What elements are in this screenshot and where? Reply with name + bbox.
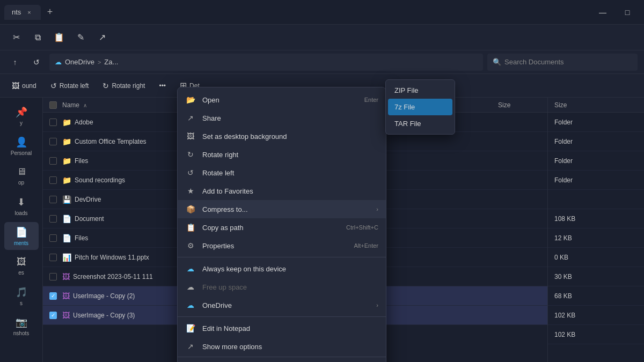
compress-zip[interactable]: ZIP File <box>386 82 455 99</box>
more-options-button[interactable]: ••• <box>153 79 171 92</box>
more-icon: ••• <box>159 82 166 90</box>
doc-icon: 📄 <box>62 234 71 242</box>
keep-device-icon: ☁ <box>185 263 196 274</box>
context-menu-add-fav[interactable]: ★ Add to Favorites <box>178 182 386 200</box>
rename-button[interactable]: ✎ <box>71 28 90 47</box>
up-button[interactable]: ↑ <box>6 54 24 71</box>
sidebar-label-desktop: op <box>18 180 24 186</box>
new-tab-button[interactable]: + <box>44 5 56 19</box>
search-placeholder: Search Documents <box>504 58 564 66</box>
onedrive-icon: ☁ <box>185 300 196 311</box>
ctx-open-label: Open <box>202 96 358 104</box>
ctx-showmore-label: Show more options <box>202 343 378 351</box>
onedrive-arrow-icon: › <box>376 302 378 308</box>
refresh-button[interactable]: ↺ <box>28 54 45 71</box>
context-menu-share[interactable]: ↗ Share <box>178 109 386 127</box>
sidebar-item-y[interactable]: 📌 y <box>4 102 39 130</box>
context-menu-onedrive[interactable]: ☁ OneDrive › <box>178 296 386 314</box>
cut-button[interactable]: ✂ <box>6 28 26 47</box>
breadcrumb[interactable]: ☁ OneDrive > Za... <box>49 54 483 71</box>
row-check-document[interactable] <box>49 215 62 223</box>
row-check-files2[interactable] <box>49 234 62 242</box>
sidebar-item-screenshots[interactable]: 📷 nshots <box>4 312 39 340</box>
paste-button[interactable]: 📋 <box>49 28 69 47</box>
sidebar-item-personal[interactable]: 👤 Personal <box>4 132 39 160</box>
row-check-userimage2[interactable]: ✓ <box>49 292 62 300</box>
list-item <box>548 190 644 209</box>
rotate-left-label: Rotate left <box>60 82 89 90</box>
img-icon: 🖼 <box>62 272 70 281</box>
ctx-copypath-label: Copy as path <box>202 224 340 232</box>
desktop-bg-icon: 🖼 <box>185 131 196 142</box>
sidebar-item-downloads[interactable]: ⬇ loads <box>4 192 39 220</box>
copy-button[interactable]: ⧉ <box>28 28 47 47</box>
list-item: 102 KB <box>548 325 644 344</box>
ctx-copypath-shortcut: Ctrl+Shift+C <box>346 224 378 231</box>
sidebar-icon-personal: 👤 <box>16 136 27 148</box>
breadcrumb-onedrive: OneDrive <box>65 58 94 66</box>
breadcrumb-sep: > <box>98 59 101 65</box>
row-check-devdrive[interactable] <box>49 196 62 203</box>
search-box[interactable]: 🔍 Search Documents <box>487 54 638 71</box>
sidebar-item-desktop[interactable]: 🖥 op <box>4 162 39 190</box>
folder-icon: 📁 <box>62 118 71 127</box>
row-check-screenshot[interactable] <box>49 273 62 280</box>
img-icon: 🖼 <box>62 311 70 320</box>
ctx-rotleft-label: Rotate left <box>202 169 378 177</box>
list-item: 102 KB <box>548 306 644 325</box>
background-button[interactable]: 🖼 ound <box>6 79 42 93</box>
sidebar-label-music: s <box>20 300 23 306</box>
doc-icon: 📄 <box>62 215 71 223</box>
sidebar-item-music[interactable]: 🎵 s <box>4 282 39 310</box>
context-menu-edit-notepad[interactable]: 📝 Edit in Notepad <box>178 319 386 337</box>
context-menu-rotate-right[interactable]: ↻ Rotate right <box>178 145 386 164</box>
folder-icon: 📁 <box>62 157 71 165</box>
right-size-panel: Size Folder Folder Folder Folder 108 KB … <box>547 98 644 362</box>
sidebar-icon-screenshots: 📷 <box>16 316 27 328</box>
row-check-sound[interactable] <box>49 176 62 184</box>
tab-close-button[interactable]: × <box>25 8 33 17</box>
rotate-left-button[interactable]: ↺ Rotate left <box>45 79 94 93</box>
share-button[interactable]: ↗ <box>92 28 112 47</box>
context-menu-set-bg[interactable]: 🖼 Set as desktop background <box>178 127 386 145</box>
compress-tar[interactable]: TAR File <box>386 115 455 132</box>
sidebar-icon-downloads: ⬇ <box>17 196 25 208</box>
ctx-compress-label: Compress to... <box>202 205 370 213</box>
drive-icon: 💾 <box>62 195 71 204</box>
maximize-button[interactable]: □ <box>615 4 640 21</box>
context-menu-copy-path[interactable]: 📋 Copy as path Ctrl+Shift+C <box>178 218 386 237</box>
share-icon: ↗ <box>185 113 196 123</box>
sidebar-item-pictures[interactable]: 🖼 es <box>4 252 39 280</box>
active-tab[interactable]: nts × <box>4 5 41 20</box>
context-menu-rotate-left[interactable]: ↺ Rotate left <box>178 164 386 182</box>
show-more-icon: ↗ <box>185 341 196 352</box>
sidebar-label-pictures: es <box>18 270 24 276</box>
context-menu: 📂 Open Enter ↗ Share 🖼 Set as desktop ba… <box>177 87 386 362</box>
sidebar-label-documents: ments <box>14 240 28 246</box>
size-column-header[interactable]: Size <box>498 101 541 109</box>
address-bar: ↑ ↺ ☁ OneDrive > Za... 🔍 Search Document… <box>0 50 644 74</box>
row-check-userimage3[interactable]: ✓ <box>49 312 62 319</box>
rotate-right-label: Rotate right <box>112 82 145 90</box>
select-all-check[interactable] <box>49 101 62 109</box>
context-menu-open[interactable]: 📂 Open Enter <box>178 91 386 109</box>
compress-arrow-icon: › <box>376 206 378 212</box>
row-check-cot[interactable] <box>49 138 62 145</box>
breadcrumb-current: Za... <box>104 58 118 66</box>
context-menu-show-more[interactable]: ↗ Show more options <box>178 337 386 356</box>
sidebar-label-personal: Personal <box>11 150 32 156</box>
compress-submenu: ZIP File 7z File TAR File <box>385 79 455 135</box>
row-check-files[interactable] <box>49 157 62 165</box>
sidebar-item-documents[interactable]: 📄 ments <box>4 222 39 250</box>
compress-7z[interactable]: 7z File <box>388 99 452 115</box>
ctx-notepad-label: Edit in Notepad <box>202 324 378 333</box>
row-check-adobe[interactable] <box>49 119 62 126</box>
minimize-button[interactable]: — <box>590 4 615 21</box>
context-menu-compress[interactable]: 📦 Compress to... › <box>178 200 386 218</box>
main-toolbar: ✂ ⧉ 📋 ✎ ↗ <box>0 25 644 50</box>
context-menu-properties[interactable]: ⚙ Properties Alt+Enter <box>178 237 386 255</box>
row-check-pitch[interactable] <box>49 254 62 261</box>
rotate-right-button[interactable]: ↻ Rotate right <box>97 79 150 93</box>
context-menu-keep-device[interactable]: ☁ Always keep on this device <box>178 260 386 278</box>
ctx-divider-1 <box>178 257 386 257</box>
